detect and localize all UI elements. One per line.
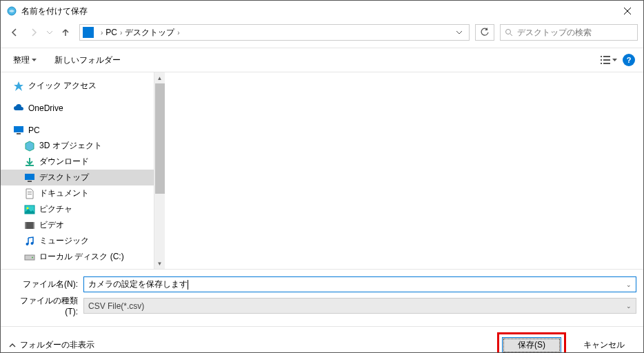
chevron-down-icon: ⌄	[626, 303, 632, 310]
address-dropdown[interactable]	[452, 28, 466, 37]
chevron-down-icon	[32, 59, 37, 61]
breadcrumb-pc[interactable]: PC	[105, 28, 117, 37]
cloud-icon	[13, 103, 24, 114]
svg-rect-10	[26, 165, 34, 166]
svg-point-21	[31, 242, 34, 245]
download-icon	[24, 157, 35, 168]
chevron-right-icon: ›	[101, 29, 103, 37]
filetype-label: ファイルの種類(T):	[8, 295, 83, 316]
file-list-area[interactable]	[165, 72, 643, 269]
window-title: 名前を付けて保存	[21, 6, 612, 17]
svg-point-1	[506, 30, 511, 34]
up-button[interactable]	[57, 24, 74, 41]
scroll-thumb[interactable]	[155, 83, 165, 194]
svg-rect-4	[601, 63, 602, 64]
scroll-down-icon[interactable]: ▼	[154, 258, 165, 269]
breadcrumb-desktop[interactable]: デスクトップ	[125, 27, 174, 39]
back-button[interactable]	[6, 24, 23, 41]
chevron-down-icon	[612, 59, 617, 61]
save-button[interactable]: 保存(S)	[502, 337, 561, 354]
tree-downloads[interactable]: ダウンロード	[1, 154, 154, 170]
video-icon	[24, 220, 35, 231]
pc-icon	[13, 125, 24, 136]
cancel-button[interactable]: キャンセル	[573, 337, 635, 354]
close-button[interactable]	[612, 1, 643, 21]
chevron-right-icon: ›	[177, 29, 179, 37]
document-icon	[24, 188, 35, 199]
svg-rect-2	[601, 56, 602, 57]
forward-button[interactable]	[26, 24, 42, 41]
view-options[interactable]	[601, 56, 617, 64]
recent-dropdown[interactable]	[45, 24, 54, 41]
tree-documents[interactable]: ドキュメント	[1, 185, 154, 201]
scroll-up-icon[interactable]: ▲	[154, 72, 165, 83]
svg-rect-19	[33, 222, 34, 229]
svg-rect-12	[28, 181, 32, 182]
chevron-up-icon	[9, 342, 16, 349]
svg-point-23	[32, 256, 33, 258]
tree-scrollbar[interactable]: ▲ ▼	[154, 72, 165, 269]
tree-localdisk[interactable]: ローカル ディスク (C:)	[1, 249, 154, 265]
svg-rect-13	[28, 192, 32, 192]
filename-label: ファイル名(N):	[8, 279, 83, 290]
svg-rect-9	[17, 133, 21, 134]
svg-rect-5	[603, 56, 610, 57]
chevron-down-icon[interactable]: ⌄	[626, 281, 632, 288]
tree-pc[interactable]: PC	[1, 123, 154, 138]
chevron-right-icon: ›	[120, 29, 122, 37]
refresh-button[interactable]	[475, 24, 494, 41]
svg-rect-18	[25, 222, 26, 229]
highlight-annotation: 保存(S)	[497, 332, 566, 354]
filetype-select[interactable]: CSV File(*.csv) ⌄	[83, 298, 636, 314]
pc-icon	[83, 27, 94, 38]
drive-icon	[24, 252, 35, 263]
search-icon	[505, 28, 513, 37]
tree-pictures[interactable]: ピクチャ	[1, 201, 154, 217]
cube-icon	[24, 141, 35, 152]
svg-rect-6	[603, 59, 610, 61]
desktop-icon	[24, 172, 35, 183]
tree-videos[interactable]: ビデオ	[1, 217, 154, 233]
svg-point-20	[26, 243, 29, 245]
new-folder-button[interactable]: 新しいフォルダー	[50, 52, 125, 69]
help-button[interactable]: ?	[623, 54, 635, 66]
search-placeholder: デスクトップの検索	[517, 27, 592, 39]
tree-quickaccess[interactable]: クイック アクセス	[1, 78, 154, 94]
tree-onedrive[interactable]: OneDrive	[1, 101, 154, 116]
organize-menu[interactable]: 整理	[9, 52, 41, 69]
hide-folders-toggle[interactable]: フォルダーの非表示	[9, 339, 94, 351]
picture-icon	[24, 204, 35, 215]
app-icon	[6, 6, 17, 17]
navigation-tree[interactable]: クイック アクセス OneDrive PC 3D オブジェクト ダウンロード デ…	[1, 72, 154, 269]
tree-3dobjects[interactable]: 3D オブジェクト	[1, 138, 154, 154]
svg-rect-14	[28, 194, 32, 194]
tree-music[interactable]: ミュージック	[1, 233, 154, 249]
filename-input[interactable]: カメラの設定を保存します ⌄	[83, 276, 636, 292]
svg-rect-17	[25, 222, 34, 229]
svg-rect-7	[603, 63, 610, 64]
music-icon	[24, 236, 35, 247]
search-input[interactable]: デスクトップの検索	[500, 24, 638, 41]
star-icon	[13, 81, 24, 92]
svg-rect-8	[14, 126, 23, 132]
svg-rect-11	[25, 174, 34, 180]
tree-desktop[interactable]: デスクトップ	[1, 170, 154, 185]
svg-rect-3	[601, 59, 602, 61]
address-bar[interactable]: › PC › デスクトップ ›	[79, 24, 470, 41]
svg-point-16	[27, 207, 29, 209]
